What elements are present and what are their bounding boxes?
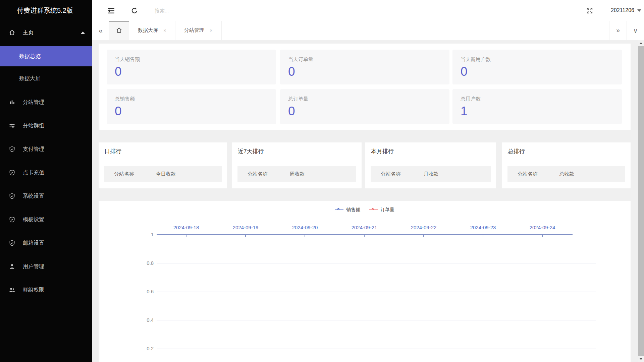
sidebar-item-group-permissions[interactable]: 群组权限 [0,278,92,302]
chart-legend: 销售额 订单量 [99,207,631,213]
refresh-button[interactable] [130,6,139,15]
sidebar-item-label: 分站管理 [23,99,44,106]
stat-card-total-users: 总用户数 1 [452,89,622,124]
legend-label: 销售额 [346,207,360,213]
fullscreen-icon[interactable] [585,6,594,15]
sidebar-item-label: 数据大屏 [19,75,41,82]
column-header: 周收款 [290,171,305,177]
stat-label: 当天销售额 [107,50,276,63]
column-header: 今日收款 [156,171,176,177]
caret-up-icon [81,32,85,34]
shield-check-icon [8,216,16,223]
stat-value: 0 [452,63,622,79]
x-axis-label: 2024-09-22 [395,225,452,230]
gridline [157,349,596,349]
tabs-scroll-right-button[interactable]: » [609,21,627,40]
tab-data-screen[interactable]: 数据大屏 × [129,21,175,40]
sidebar-item-label: 系统设置 [23,193,44,200]
sidebar-item-substation-groups[interactable]: 分站群组 [0,114,92,137]
x-axis-label: 2024-09-23 [454,225,512,230]
stats-panel: 当天销售额 0 当天订单量 0 当天新用户数 0 总销售额 0 总订单量 0 总… [99,44,631,130]
tab-home[interactable] [109,21,129,40]
stat-value: 0 [107,102,276,118]
sidebar-item-label: 点卡充值 [23,169,44,176]
home-icon [116,27,122,35]
gridline [157,263,596,263]
x-axis-line [157,234,573,235]
sidebar-item-user-manage[interactable]: 用户管理 [0,255,92,278]
sidebar-item-label: 支付管理 [23,146,44,153]
sidebar-item-card-recharge[interactable]: 点卡充值 [0,161,92,184]
sidebar-item-substation-manage[interactable]: 分站管理 [0,90,92,114]
shield-check-icon [8,146,16,153]
tab-label: 分站管理 [184,27,204,34]
column-header: 分站名称 [237,171,290,177]
sidebar-item-data-overview[interactable]: 数据总览 [0,46,92,66]
ranking-panel-7days: 近7天排行 分站名称 周收款 [232,142,362,188]
tab-substation-manage[interactable]: 分站管理 × [175,21,222,40]
stat-label: 当天订单量 [280,50,449,63]
chevron-down-icon: ∨ [633,26,638,35]
scrollbar-thumb[interactable] [638,46,644,356]
stat-label: 当天新用户数 [452,50,622,63]
legend-item-orders[interactable]: 订单量 [369,207,394,213]
home-icon [8,29,16,36]
close-icon[interactable]: × [210,27,213,33]
scrollbar-down-button[interactable] [638,356,644,362]
tabbar: « 数据大屏 × 分站管理 × » ∨ [92,21,644,40]
sidebar: 付费进群系统5.2版 主页 数据总览 数据大屏 分站管理 分站群组 支付管理 点… [0,0,92,362]
legend-label: 订单量 [380,207,394,213]
ranking-panel-daily: 日排行 分站名称 今日收款 [99,142,227,188]
sidebar-item-payment-manage[interactable]: 支付管理 [0,137,92,161]
scrollbar-up-button[interactable] [638,40,644,46]
ranking-table-header: 分站名称 今日收款 [104,166,222,182]
user-menu[interactable]: 20211206 [611,0,641,21]
stat-value: 1 [452,102,622,118]
stat-card-today-sales: 当天销售额 0 [107,50,276,84]
x-axis-label: 2024-09-20 [276,225,333,230]
gridline [157,320,596,320]
stat-card-today-new-users: 当天新用户数 0 [452,50,622,84]
chevrons-left-icon: « [99,26,103,35]
y-axis-tick-label: 0.4 [133,317,154,323]
column-header: 月收款 [424,171,439,177]
x-axis-label: 2024-09-21 [336,225,393,230]
ranking-title: 近7天排行 [232,142,362,160]
tabs-scroll-left-button[interactable]: « [92,21,109,40]
stat-card-today-orders: 当天订单量 0 [280,50,449,84]
ranking-title: 总排行 [502,142,631,160]
x-axis-tick [186,235,186,237]
x-axis-tick [542,235,543,237]
chart-bars-icon [8,99,16,106]
y-axis-tick-label: 1 [133,232,154,237]
shield-check-icon [8,240,16,246]
stat-label: 总销售额 [107,89,276,102]
gridline [157,292,596,292]
y-axis-tick-label: 0.8 [133,260,154,266]
x-axis-tick [245,235,246,237]
tabs-menu-button[interactable]: ∨ [627,21,644,40]
tab-label: 数据大屏 [138,27,158,34]
collapse-sidebar-button[interactable] [106,6,116,15]
caret-down-icon [637,9,641,12]
shield-check-icon [8,169,16,176]
stat-label: 总订单量 [280,89,449,102]
x-axis-tick [305,235,305,237]
sidebar-item-label: 邮箱设置 [23,240,44,247]
search-input[interactable] [155,5,242,16]
sidebar-item-home[interactable]: 主页 [0,21,92,44]
sidebar-item-mail-settings[interactable]: 邮箱设置 [0,231,92,255]
close-icon[interactable]: × [163,27,166,33]
stat-value: 0 [280,63,449,79]
legend-item-sales[interactable]: 销售额 [335,207,360,213]
ranking-table-header: 分站名称 总收款 [507,166,625,182]
sidebar-item-data-screen[interactable]: 数据大屏 [0,68,92,88]
user-icon [8,263,16,270]
topbar: 20211206 [92,0,644,21]
sidebar-item-template-settings[interactable]: 模板设置 [0,208,92,231]
shield-check-icon [8,193,16,199]
sidebar-item-system-settings[interactable]: 系统设置 [0,184,92,208]
vertical-scrollbar[interactable] [638,40,644,362]
x-axis-tick [364,235,365,237]
ranking-table-header: 分站名称 周收款 [237,166,356,182]
